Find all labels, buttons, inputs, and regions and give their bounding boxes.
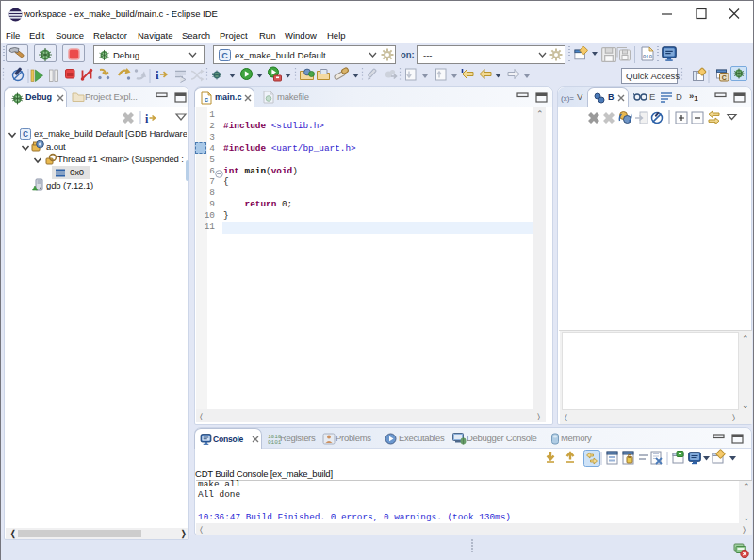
- svg-text:C: C: [221, 51, 228, 60]
- svg-text:C: C: [23, 128, 28, 138]
- svg-text:010: 010: [643, 54, 652, 60]
- svg-text:C: C: [722, 74, 727, 81]
- svg-text:0101: 0101: [268, 439, 281, 445]
- svg-text:c: c: [205, 95, 209, 104]
- svg-text:i: i: [156, 68, 159, 82]
- svg-text:i: i: [145, 112, 149, 125]
- svg-text:(x)=: (x)=: [561, 94, 574, 103]
- svg-text:Quick Access: Quick Access: [626, 71, 680, 81]
